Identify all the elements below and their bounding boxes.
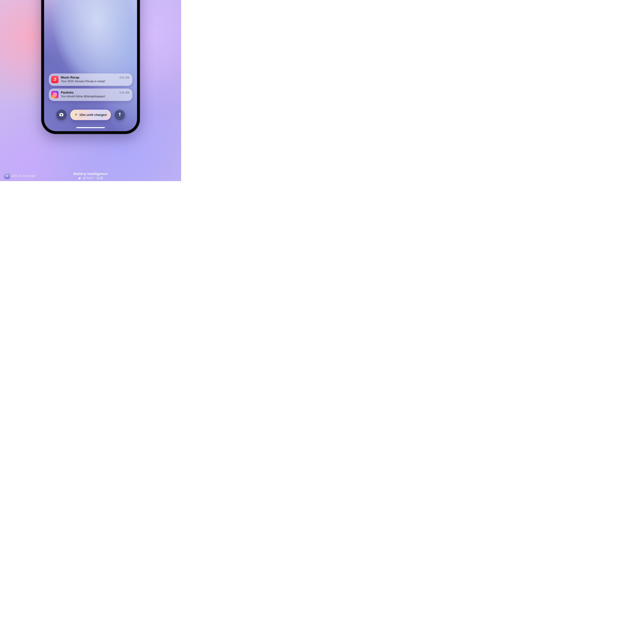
- notification-title: Paulinho: [61, 91, 74, 94]
- instagram-icon: [51, 91, 59, 98]
- notification-time: 9:41 AM: [119, 91, 129, 94]
- svg-point-3: [61, 114, 62, 116]
- author-handle: @Tech丶张旭: [83, 176, 103, 180]
- home-indicator[interactable]: [76, 127, 105, 128]
- notification-instagram[interactable]: Paulinho 9:41 AM You should follow @desi…: [49, 89, 132, 101]
- concept-label: iOS 19 Concept: [12, 174, 35, 178]
- iphone-frame: Music Recap 9:41 AM Your 2025 January Re…: [41, 0, 140, 134]
- lock-screen: Music Recap 9:41 AM Your 2025 January Re…: [44, 0, 137, 131]
- battery-intelligence-pill[interactable]: 15m until charged: [70, 110, 111, 120]
- svg-point-4: [120, 115, 120, 115]
- feature-title: Battery Intelligence: [74, 172, 108, 176]
- camera-button[interactable]: [56, 110, 67, 120]
- weibo-icon: [78, 176, 82, 180]
- ios19-badge: 19: [4, 173, 10, 179]
- svg-point-2: [56, 93, 56, 94]
- concept-canvas: Music Recap 9:41 AM Your 2025 January Re…: [0, 0, 181, 181]
- svg-point-1: [54, 94, 56, 95]
- notification-title: Music Recap: [61, 76, 79, 79]
- caption-bar: 19 iOS 19 Concept Battery Intelligence @…: [4, 173, 177, 179]
- flashlight-button[interactable]: [115, 110, 125, 120]
- bolt-icon: [75, 113, 78, 117]
- notification-stack: Music Recap 9:41 AM Your 2025 January Re…: [49, 73, 132, 101]
- lock-screen-controls: 15m until charged: [44, 110, 137, 120]
- notification-body: You should follow @designbypepo!: [61, 95, 129, 98]
- flashlight-icon: [118, 112, 122, 117]
- apple-music-icon: [51, 76, 59, 83]
- notification-body: Your 2025 January Recap is ready!: [61, 80, 129, 83]
- notification-music[interactable]: Music Recap 9:41 AM Your 2025 January Re…: [49, 73, 132, 86]
- camera-icon: [59, 112, 64, 118]
- notification-time: 9:41 AM: [119, 76, 129, 79]
- charge-status-text: 15m until charged: [79, 113, 107, 117]
